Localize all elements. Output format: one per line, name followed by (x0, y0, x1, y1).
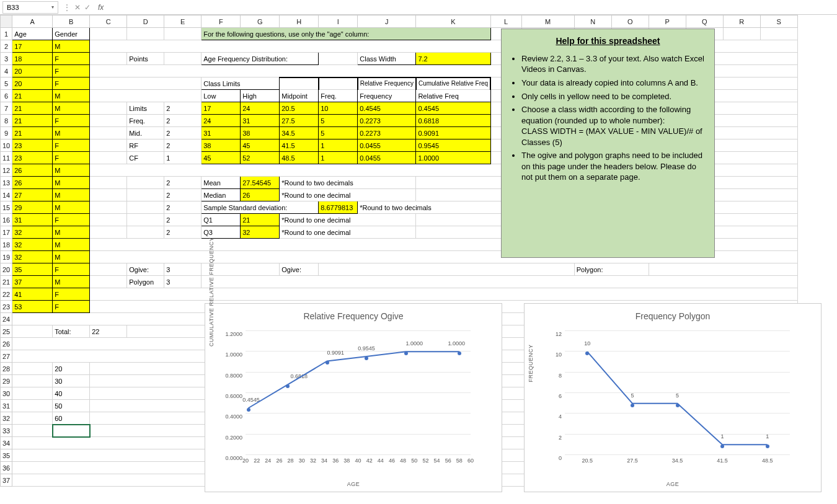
cell[interactable]: 1.0000 (416, 152, 490, 164)
col-header[interactable]: A (12, 15, 53, 28)
col-header[interactable]: M (521, 15, 574, 28)
col-header[interactable]: O (611, 15, 649, 28)
row-header[interactable]: 19 (1, 251, 12, 263)
cell[interactable]: 1 (319, 152, 358, 164)
cell[interactable] (319, 263, 574, 276)
cell[interactable]: Ogive: (280, 263, 319, 276)
cell[interactable] (90, 152, 127, 164)
cell[interactable]: 3 (164, 276, 202, 288)
row-header[interactable]: 26 (1, 338, 12, 350)
cell[interactable]: 41.5 (280, 139, 319, 152)
cell[interactable]: Low (202, 90, 241, 102)
cell[interactable]: 2 (164, 201, 202, 214)
col-header[interactable]: F (202, 15, 241, 28)
row-header[interactable]: 35 (1, 449, 12, 462)
cell[interactable] (90, 102, 127, 115)
cell[interactable]: 0.9091 (416, 127, 490, 139)
cell[interactable]: Limits (127, 102, 164, 115)
cell[interactable]: 2 (164, 127, 202, 139)
cell[interactable] (649, 263, 797, 276)
cell[interactable] (90, 226, 127, 239)
cell[interactable]: 21 (12, 115, 53, 127)
cell[interactable]: Polygon: (574, 263, 649, 276)
row-header[interactable]: 14 (1, 189, 12, 201)
cell[interactable]: RF (127, 139, 164, 152)
cell[interactable]: F (53, 288, 90, 301)
cell[interactable]: M (53, 226, 90, 239)
cell[interactable]: 5 (319, 127, 358, 139)
cell[interactable]: 29 (12, 201, 53, 214)
cell[interactable]: 22 (90, 325, 127, 338)
cell[interactable]: Polygon (127, 276, 164, 288)
cell[interactable]: 20.5 (280, 102, 319, 115)
cell[interactable]: Freq. (127, 115, 164, 127)
row-header[interactable]: 16 (1, 214, 12, 226)
row-header[interactable]: 21 (1, 276, 12, 288)
cell[interactable]: Class Width (358, 53, 416, 65)
cell[interactable]: 2 (164, 177, 202, 189)
cell[interactable]: M (53, 276, 90, 288)
cell[interactable] (90, 139, 127, 152)
cell[interactable] (164, 53, 202, 65)
cell[interactable]: 2 (164, 115, 202, 127)
cell[interactable]: 27.54545 (241, 177, 280, 189)
cell[interactable]: *Round to two decimals (280, 177, 416, 189)
active-cell[interactable] (53, 425, 90, 437)
cell[interactable]: *Round to two decimals (358, 201, 521, 214)
row-header[interactable]: 23 (1, 301, 12, 313)
cell[interactable]: 32 (12, 251, 53, 263)
cell[interactable] (319, 53, 358, 65)
cell[interactable]: F (53, 214, 90, 226)
cell[interactable] (12, 387, 53, 400)
cell[interactable]: Relative Freq (416, 90, 490, 102)
cell[interactable]: Mean (202, 177, 241, 189)
cell[interactable]: F (53, 53, 90, 65)
cell[interactable]: M (53, 164, 90, 177)
cell[interactable] (127, 189, 164, 201)
row-header[interactable]: 22 (1, 288, 12, 301)
cell[interactable]: *Round to one decimal (280, 189, 416, 201)
cell[interactable] (12, 412, 53, 425)
cell[interactable]: 0.4545 (358, 102, 416, 115)
row-header[interactable]: 17 (1, 226, 12, 239)
col-header[interactable]: H (280, 15, 319, 28)
cell[interactable]: 0.0455 (358, 152, 416, 164)
row-header[interactable]: 28 (1, 363, 12, 375)
cell[interactable]: F (53, 139, 90, 152)
row-header[interactable]: 34 (1, 437, 12, 449)
cell[interactable]: M (53, 40, 90, 53)
cell[interactable]: Class Limits (202, 77, 280, 90)
cell[interactable] (127, 201, 164, 214)
cell[interactable]: 21 (12, 90, 53, 102)
cell[interactable] (90, 214, 127, 226)
row-header[interactable]: 8 (1, 115, 12, 127)
cell[interactable]: 2 (164, 214, 202, 226)
cell[interactable]: 2 (164, 102, 202, 115)
cell[interactable] (90, 177, 127, 189)
cell[interactable]: Sample Standard deviation: (202, 201, 319, 214)
cell[interactable]: 41 (12, 288, 53, 301)
cell[interactable]: 18 (12, 53, 53, 65)
sheet-area[interactable]: ABCDEFGHIJKLMNOPQRS 1 Age Gender For the… (0, 15, 837, 504)
cell[interactable]: 31 (202, 127, 241, 139)
row-header[interactable]: 36 (1, 462, 12, 474)
cell[interactable]: Median (202, 189, 241, 201)
cell[interactable] (202, 276, 797, 288)
cell[interactable]: Relative Frequency (358, 77, 416, 90)
row-header[interactable]: 9 (1, 127, 12, 139)
cell[interactable]: 20 (53, 363, 90, 375)
cell[interactable] (12, 400, 53, 412)
fx-icon[interactable]: fx (95, 3, 106, 12)
cell[interactable] (280, 77, 319, 90)
cell[interactable]: M (53, 251, 90, 263)
cell[interactable]: 53 (12, 301, 53, 313)
cell[interactable]: 32 (241, 226, 280, 239)
cell[interactable]: F (53, 152, 90, 164)
col-header[interactable]: G (241, 15, 280, 28)
cell[interactable]: 37 (12, 276, 53, 288)
cancel-icon[interactable]: ✕ (74, 3, 81, 12)
col-header[interactable]: P (649, 15, 686, 28)
cell[interactable]: High (241, 90, 280, 102)
cell[interactable]: Q3 (202, 226, 241, 239)
row-header[interactable]: 11 (1, 152, 12, 164)
